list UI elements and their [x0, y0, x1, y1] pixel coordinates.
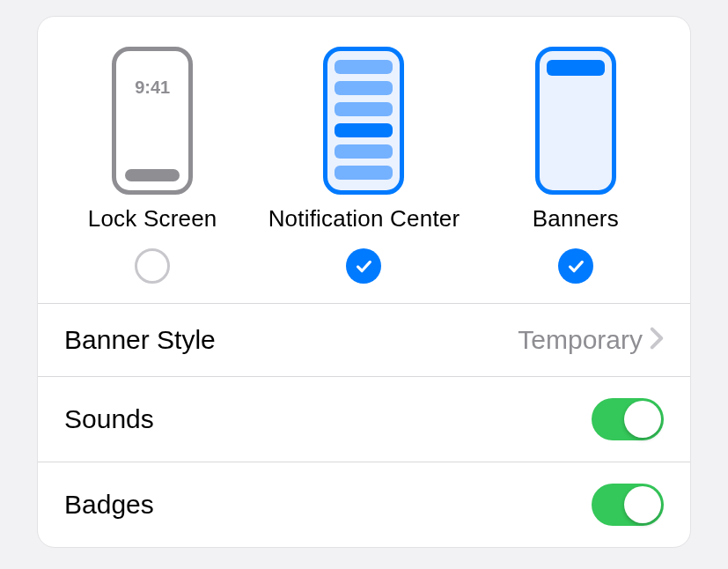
badges-toggle[interactable]	[592, 484, 664, 526]
toggle-knob	[624, 486, 661, 523]
checkmark-icon	[354, 256, 373, 276]
notification-alerts-card: 9:41 Lock Screen	[37, 16, 691, 548]
lock-screen-preview-icon: 9:41	[112, 47, 193, 195]
notification-center-preview-icon	[323, 47, 404, 195]
banner-style-row[interactable]: Banner Style Temporary	[38, 303, 690, 376]
sounds-toggle[interactable]	[592, 398, 664, 440]
badges-row: Badges	[38, 462, 690, 547]
notification-center-checkbox[interactable]	[346, 248, 381, 284]
banners-label: Banners	[533, 205, 619, 233]
banners-preview-icon	[535, 47, 616, 195]
lock-screen-time: 9:41	[116, 78, 188, 98]
lock-screen-bar-icon	[125, 169, 180, 181]
chevron-right-icon	[650, 327, 664, 353]
banner-style-value: Temporary	[518, 325, 643, 355]
lock-screen-checkbox[interactable]	[135, 248, 170, 284]
banner-style-label: Banner Style	[64, 325, 216, 355]
alert-option-notification-center[interactable]: Notification Center	[258, 47, 469, 284]
checkmark-icon	[566, 256, 585, 276]
badges-label: Badges	[64, 490, 154, 520]
sounds-row: Sounds	[38, 376, 690, 462]
alert-option-lock-screen[interactable]: 9:41 Lock Screen	[47, 47, 258, 284]
banners-checkbox[interactable]	[558, 248, 593, 284]
toggle-knob	[624, 401, 661, 438]
notification-center-label: Notification Center	[268, 205, 460, 233]
alert-option-banners[interactable]: Banners	[470, 47, 681, 284]
alert-style-row: 9:41 Lock Screen	[38, 17, 690, 303]
lock-screen-label: Lock Screen	[88, 205, 217, 233]
sounds-label: Sounds	[64, 404, 154, 434]
